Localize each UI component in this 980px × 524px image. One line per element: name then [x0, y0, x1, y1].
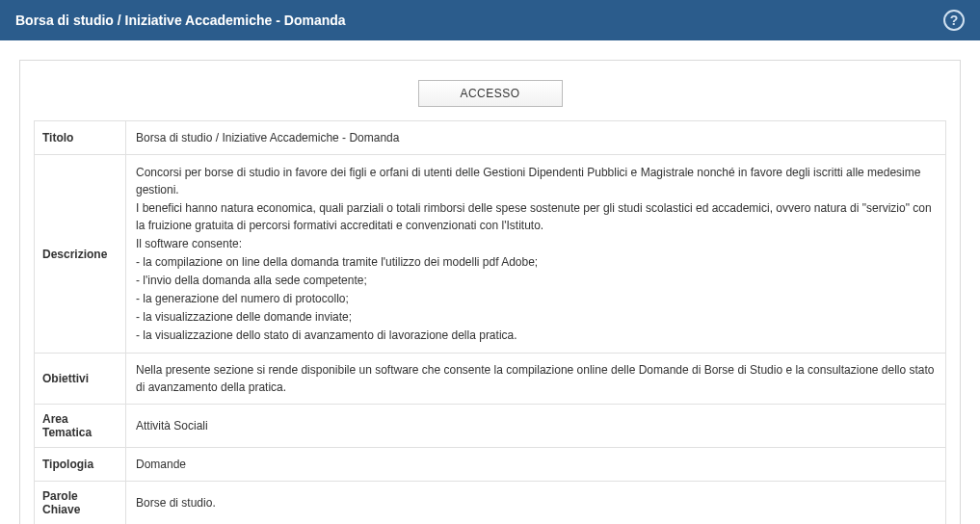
- descrizione-b5: - la visualizzazione dello stato di avan…: [136, 327, 936, 344]
- value-area-tematica: Attività Sociali: [126, 405, 946, 448]
- value-titolo: Borsa di studio / Iniziative Accademiche…: [126, 121, 946, 155]
- help-icon[interactable]: ?: [943, 10, 965, 31]
- page-root: Borsa di studio / Iniziative Accademiche…: [0, 0, 980, 524]
- content-wrap: ACCESSO Titolo Borsa di studio / Iniziat…: [0, 40, 980, 524]
- value-obiettivi: Nella presente sezione si rende disponib…: [126, 354, 946, 405]
- page-title: Borsa di studio / Iniziative Accademiche…: [15, 13, 346, 28]
- row-titolo: Titolo Borsa di studio / Iniziative Acca…: [35, 121, 946, 155]
- label-tipologia: Tipologia: [35, 448, 126, 482]
- descrizione-p1: Concorsi per borse di studio in favore d…: [136, 164, 936, 198]
- descrizione-b1: - la compilazione on line della domanda …: [136, 253, 936, 271]
- label-descrizione: Descrizione: [35, 155, 126, 354]
- row-descrizione: Descrizione Concorsi per borse di studio…: [35, 155, 946, 354]
- value-parole-chiave: Borse di studio.: [126, 482, 946, 525]
- access-button-top[interactable]: ACCESSO: [418, 80, 563, 107]
- row-parole-chiave: Parole Chiave Borse di studio.: [35, 482, 946, 525]
- label-area-tematica: Area Tematica: [35, 405, 126, 448]
- row-obiettivi: Obiettivi Nella presente sezione si rend…: [35, 354, 946, 405]
- label-parole-chiave: Parole Chiave: [35, 482, 126, 525]
- value-descrizione: Concorsi per borse di studio in favore d…: [126, 155, 946, 354]
- descrizione-b3: - la generazione del numero di protocoll…: [136, 290, 936, 307]
- descrizione-p2: I benefici hanno natura economica, quali…: [136, 199, 936, 234]
- access-button-row-top: ACCESSO: [34, 80, 946, 107]
- row-area-tematica: Area Tematica Attività Sociali: [35, 405, 946, 448]
- header-bar: Borsa di studio / Iniziative Accademiche…: [0, 0, 980, 40]
- row-tipologia: Tipologia Domande: [35, 448, 946, 482]
- value-tipologia: Domande: [126, 448, 946, 482]
- label-obiettivi: Obiettivi: [35, 354, 126, 405]
- inner-panel: ACCESSO Titolo Borsa di studio / Iniziat…: [19, 60, 961, 524]
- descrizione-p3: Il software consente:: [136, 235, 936, 252]
- descrizione-b2: - l'invio della domanda alla sede compet…: [136, 272, 936, 289]
- info-table: Titolo Borsa di studio / Iniziative Acca…: [34, 120, 946, 524]
- label-titolo: Titolo: [35, 121, 126, 155]
- descrizione-b4: - la visualizzazione delle domande invia…: [136, 308, 936, 326]
